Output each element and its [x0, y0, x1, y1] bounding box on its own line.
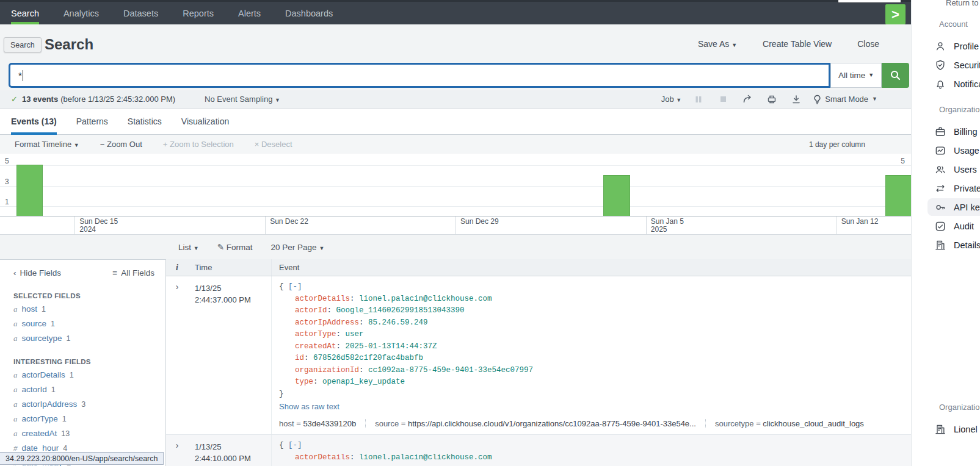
- field-link[interactable]: host: [22, 304, 38, 314]
- field-count: 1: [51, 320, 55, 328]
- event-sampling-menu[interactable]: No Event Sampling ▼: [205, 95, 280, 104]
- events-count: 13 events: [22, 95, 58, 104]
- stop-button[interactable]: [716, 95, 730, 103]
- field-count: 4: [63, 444, 67, 453]
- zoom-to-selection-button[interactable]: + Zoom to Selection: [163, 140, 234, 149]
- time-range-picker[interactable]: All time ▼: [830, 63, 882, 88]
- per-page-menu[interactable]: 20 Per Page ▼: [271, 243, 325, 252]
- show-raw-text-link[interactable]: Show as raw text: [279, 402, 339, 411]
- settings-item-users[interactable]: Users: [912, 160, 980, 179]
- print-button[interactable]: [764, 95, 779, 104]
- shield-icon: [934, 59, 946, 71]
- job-menu[interactable]: Job ▼: [661, 95, 682, 104]
- field-link[interactable]: actorIpAddress: [22, 400, 78, 409]
- nav-item-alerts[interactable]: Alerts: [238, 2, 261, 24]
- field-link[interactable]: createdAt: [22, 429, 57, 438]
- settings-item-private[interactable]: Private: [912, 179, 980, 198]
- meta-sourcetype[interactable]: sourcetype = clickhouse_cloud_audit_logs: [705, 419, 873, 428]
- user-icon: [934, 40, 946, 52]
- json-field-actorDetails: actorDetails: lionel.palacin@clickhouse.…: [279, 452, 902, 464]
- field-item-actorId: aactorId1: [13, 385, 165, 395]
- expand-row-chevron[interactable]: ›: [166, 276, 188, 434]
- return-to-link[interactable]: Return to: [946, 0, 978, 7]
- json-field-actorIpAddress: actorIpAddress: 85.246.59.249: [279, 317, 902, 329]
- close-button[interactable]: Close: [857, 39, 879, 49]
- field-link[interactable]: sourcetype: [22, 334, 62, 343]
- collapse-json-link[interactable]: [-]: [288, 441, 302, 450]
- create-table-view-button[interactable]: Create Table View: [763, 39, 832, 49]
- nav-item-analytics[interactable]: Analytics: [64, 2, 99, 24]
- pause-button[interactable]: [691, 95, 706, 104]
- timeline-controls: Format Timeline ▼ − Zoom Out + Zoom to S…: [0, 135, 911, 154]
- stop-icon: [719, 95, 727, 103]
- search-submit-button[interactable]: [882, 63, 909, 88]
- settings-item-label: API keys: [954, 203, 980, 212]
- settings-item-billing[interactable]: Billing: [912, 122, 980, 141]
- nav-item-search[interactable]: Search: [11, 2, 39, 24]
- settings-item-profile[interactable]: Profile: [912, 37, 980, 56]
- splunk-logo-icon[interactable]: >: [885, 4, 906, 24]
- audit-icon: [934, 220, 946, 232]
- nav-item-dashboards[interactable]: Dashboards: [285, 2, 333, 24]
- details-icon: [934, 239, 946, 251]
- all-fields-button[interactable]: ≡ All Fields: [112, 268, 154, 278]
- x-axis-tick: Sun Dec 29: [456, 217, 499, 235]
- nav-tooltip: Search: [4, 37, 42, 52]
- timeline-bar[interactable]: [603, 175, 631, 216]
- field-type-icon: a: [13, 400, 18, 409]
- tab-visualization[interactable]: Visualization: [181, 109, 229, 135]
- expand-row-chevron[interactable]: ›: [166, 435, 188, 466]
- share-button[interactable]: [740, 95, 755, 104]
- bell-icon: [934, 78, 946, 90]
- status-url-tooltip: 34.29.223.20:8000/en-US/app/search/searc…: [0, 452, 164, 465]
- field-link[interactable]: actorType: [22, 414, 58, 423]
- chevron-down-icon: ▼: [872, 96, 877, 102]
- settings-section-title: Organization: [912, 105, 980, 114]
- zoom-out-button[interactable]: − Zoom Out: [100, 140, 142, 149]
- search-input[interactable]: *: [9, 63, 830, 88]
- timeline-bar[interactable]: [16, 165, 43, 216]
- settings-item-audit[interactable]: Audit: [912, 217, 980, 235]
- nav-item-reports[interactable]: Reports: [183, 2, 214, 24]
- deselect-button[interactable]: × Deselect: [255, 140, 292, 149]
- share-icon: [742, 95, 753, 104]
- settings-item-notifications[interactable]: Notifications: [912, 74, 980, 93]
- settings-item-label: Security: [954, 60, 980, 70]
- collapse-json-link[interactable]: [-]: [288, 282, 302, 291]
- settings-item-lionel[interactable]: Lionel: [912, 420, 980, 439]
- tab-events[interactable]: Events (13): [11, 109, 57, 135]
- format-timeline-menu[interactable]: Format Timeline ▼: [15, 140, 79, 149]
- field-link[interactable]: date_hour: [22, 443, 59, 453]
- field-count: 3: [81, 400, 85, 409]
- search-mode-menu[interactable]: Smart Mode ▼: [813, 95, 877, 104]
- event-row: › 1/13/25 2:44:10.000 PM { [-] actorDeta…: [166, 434, 911, 466]
- field-link[interactable]: actorId: [22, 385, 47, 394]
- hide-fields-button[interactable]: ‹ Hide Fields: [13, 268, 61, 278]
- list-type-menu[interactable]: List ▼: [178, 243, 199, 252]
- field-link[interactable]: actorDetails: [22, 370, 65, 379]
- settings-item-api-keys[interactable]: API keys: [912, 198, 980, 217]
- export-button[interactable]: [789, 95, 804, 104]
- field-link[interactable]: source: [22, 319, 47, 328]
- tab-statistics[interactable]: Statistics: [128, 109, 162, 135]
- settings-item-label: Profile: [954, 41, 979, 51]
- tab-patterns[interactable]: Patterns: [76, 109, 108, 135]
- json-field-actorDetails: actorDetails: lionel.palacin@clickhouse.…: [279, 293, 902, 306]
- settings-item-usage[interactable]: Usage: [912, 141, 980, 160]
- settings-item-details[interactable]: Details: [912, 235, 980, 254]
- settings-section-items: BillingUsageUsersPrivateAPI keysAuditDet…: [912, 122, 980, 254]
- job-status-bar: ✓ 13 events (before 1/13/25 2:45:32.000 …: [0, 90, 911, 109]
- timeline-plot-area[interactable]: 113355: [0, 154, 911, 217]
- nav-item-datasets[interactable]: Datasets: [123, 2, 158, 24]
- y-axis-label: 5: [901, 157, 905, 165]
- settings-section-items: Lionel: [912, 420, 980, 439]
- meta-host[interactable]: host = 53de4339120b: [279, 419, 365, 428]
- json-field-organizationId: organizationId: cc1092aa-8775-459e-9401-…: [279, 365, 902, 377]
- settings-item-security[interactable]: Security: [912, 56, 980, 74]
- meta-source[interactable]: source = https://api.clickhouse.cloud/v1…: [365, 419, 705, 428]
- format-results-menu[interactable]: ✎ Format: [217, 242, 253, 252]
- events-timeline-chart[interactable]: 113355 Sun Dec 152024Sun Dec 22Sun Dec 2…: [0, 154, 911, 235]
- json-field-actorType: actorType: user: [279, 329, 902, 341]
- timeline-bar[interactable]: [885, 175, 911, 216]
- save-as-button[interactable]: Save As ▼: [698, 39, 737, 49]
